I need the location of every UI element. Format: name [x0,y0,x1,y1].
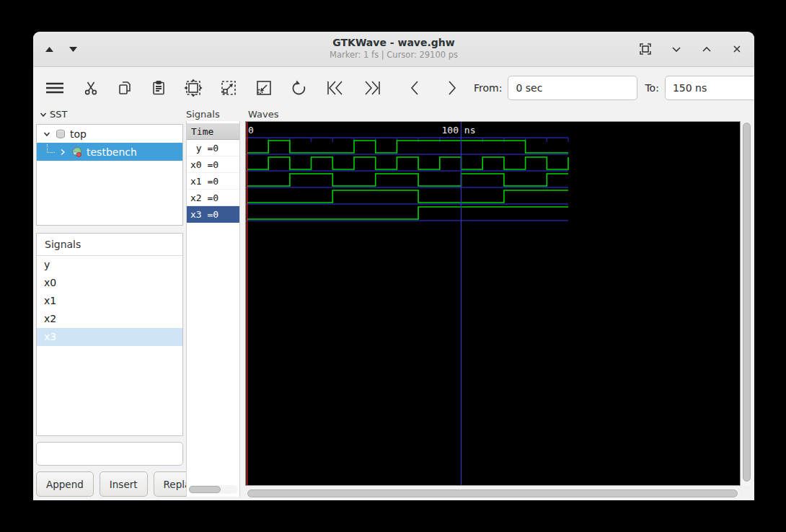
zoom-in-button[interactable] [217,76,240,99]
scrollbar-thumb[interactable] [189,486,221,493]
svg-text:0: 0 [248,125,254,136]
svg-text:100 ns: 100 ns [442,125,476,136]
chevron-down-icon [39,110,48,119]
value-row-x3[interactable]: x3 =0 [187,206,239,223]
signal-list-item-x2[interactable]: x2 [37,310,182,328]
zoom-fit-icon [184,79,203,97]
chevron-left-icon [407,79,423,97]
step-back-button[interactable] [405,76,425,99]
value-row-x0[interactable]: x0 =0 [187,156,239,173]
signal-list: Signals y x0 x1 x2 x3 [36,233,183,436]
waves-canvas[interactable]: 0100 ns [245,121,741,486]
step-forward-button[interactable] [442,76,462,99]
waves-frame-label: Waves [248,109,278,120]
chevron-right-icon [444,79,460,97]
append-button[interactable]: Append [36,471,94,497]
from-label: From: [474,82,502,94]
chevron-right-icon [58,148,67,156]
tree-item-label: top [70,128,87,140]
page-down-button[interactable] [67,44,79,54]
skip-to-end-button[interactable] [360,76,384,99]
fullscreen-icon [639,43,652,56]
search-input[interactable] [43,445,182,464]
tree-item-testbench[interactable]: testbench [37,143,182,161]
undo-button[interactable] [288,76,311,99]
tree-connector [47,144,55,153]
skip-to-start-button[interactable] [323,76,348,99]
value-row-y[interactable]: y =0 [187,140,239,156]
value-row-x2[interactable]: x2 =0 [187,190,239,206]
from-input[interactable] [508,76,637,100]
maximize-button[interactable] [699,42,714,56]
hierarchy-root-icon [55,128,66,140]
time-column-header[interactable]: Time [187,123,239,140]
signal-list-item-x0[interactable]: x0 [37,274,182,292]
zoom-out-button[interactable] [252,76,275,99]
scrollbar-thumb[interactable] [743,123,751,482]
chevron-down-icon [671,43,682,55]
to-label: To: [645,82,658,94]
minimize-button[interactable] [669,42,684,56]
triangle-up-icon [45,45,54,53]
close-icon [731,43,743,55]
cut-button[interactable] [80,77,102,99]
menu-icon [44,79,66,97]
signal-list-item-x1[interactable]: x1 [37,292,182,310]
toolbar: From: To: [33,67,754,108]
signal-search[interactable] [36,442,183,466]
menu-button[interactable] [42,77,68,99]
signal-list-header: Signals [37,234,182,256]
fullscreen-button[interactable] [637,41,653,57]
page-up-button[interactable] [43,44,56,54]
signal-values-hscrollbar[interactable] [188,485,238,494]
chevron-down-icon [43,130,51,138]
scrollbar-thumb[interactable] [247,489,738,497]
chevron-up-icon [701,43,712,55]
signal-list-item-x3[interactable]: x3 [37,328,182,346]
zoom-in-icon [219,79,238,97]
signal-values-panel: Time y =0 x0 =0 x1 =0 x2 =0 x3 =0 [186,121,240,497]
module-icon [71,146,83,158]
close-button[interactable] [730,42,744,56]
sst-label: SST [50,109,67,120]
tree-item-label: testbench [87,146,137,158]
undo-icon [290,79,309,97]
cut-icon [82,79,100,97]
paste-button[interactable] [148,77,169,99]
signal-list-item-y[interactable]: y [37,256,182,274]
value-row-x1[interactable]: x1 =0 [187,173,239,190]
sst-tree: top testbench [36,124,183,226]
waves-svg: 0100 ns [246,122,740,485]
tree-item-top[interactable]: top [37,125,182,143]
insert-button[interactable]: Insert [100,471,148,497]
skip-to-end-icon [362,79,382,97]
gtkwave-window: GTKWave - wave.ghw Marker: 1 fs | Cursor… [33,32,754,500]
sst-expander[interactable]: SST [39,109,67,120]
paste-icon [150,79,167,97]
triangle-down-icon [69,45,78,53]
copy-icon [116,79,133,97]
skip-to-start-icon [325,79,345,97]
copy-button[interactable] [114,77,136,99]
zoom-out-icon [255,79,273,97]
signals-frame-label: Signals [186,109,220,120]
waves-hscrollbar[interactable] [246,489,741,498]
waves-vscrollbar[interactable] [742,121,751,486]
to-input[interactable] [665,76,754,100]
titlebar[interactable]: GTKWave - wave.ghw Marker: 1 fs | Cursor… [33,32,754,67]
zoom-fit-button[interactable] [182,76,205,99]
